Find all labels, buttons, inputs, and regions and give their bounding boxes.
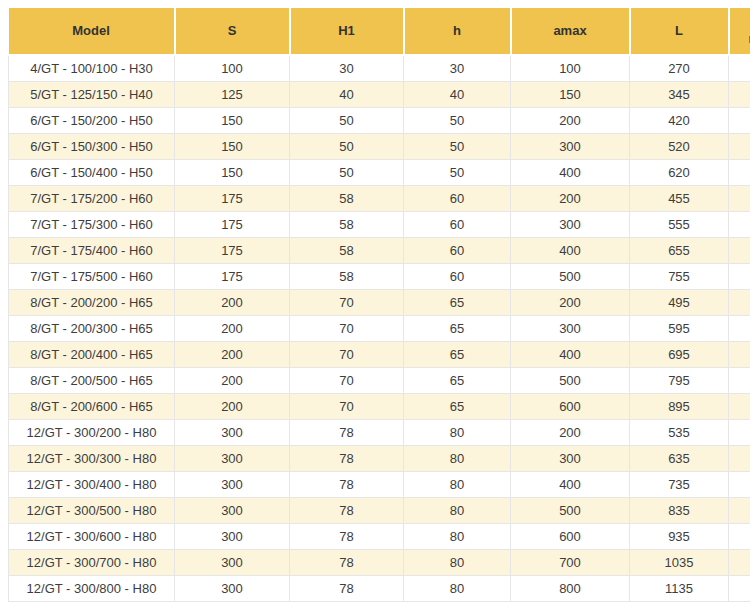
header-cell-amax: amax [511, 8, 630, 55]
table-cell-amax: 600 [511, 524, 630, 550]
table-cell-amax: 500 [511, 498, 630, 524]
table-cell-h: 80 [404, 498, 511, 524]
table-cell-h: 30 [404, 55, 511, 82]
table-cell-model: 4/GT - 100/100 - H30 [9, 55, 175, 82]
table-cell-model: 12/GT - 300/600 - H80 [9, 524, 175, 550]
table-row: 7/GT - 175/400 - H6017558604006556000 Kg [9, 238, 750, 264]
table-cell-h: 80 [404, 446, 511, 472]
table-cell-s: 100 [175, 55, 290, 82]
table-row: 7/GT - 175/200 - H6017558602004556000 Kg [9, 186, 750, 212]
table-cell-s: 300 [175, 576, 290, 602]
table-cell-l: 935 [630, 524, 729, 550]
table-cell-h: 50 [404, 134, 511, 160]
table-cell-s: 300 [175, 472, 290, 498]
table-cell-amax: 200 [511, 108, 630, 134]
table-row: 4/GT - 100/100 - H3010030301002703000 Kg [9, 55, 750, 82]
table-cell-amax: 400 [511, 342, 630, 368]
table-row: 8/GT - 200/400 - H65200706540069510000 K… [9, 342, 750, 368]
table-cell-h1: 78 [290, 550, 404, 576]
table-cell-amax: 100 [511, 55, 630, 82]
table-cell-l: 655 [630, 238, 729, 264]
table-cell-h1: 50 [290, 160, 404, 186]
page: ModelSH1hamaxLmax. siła mocowania 4/GT -… [0, 0, 750, 607]
table-cell-max-sila-mocowania: 12000 Kg [729, 498, 750, 524]
table-cell-h: 65 [404, 316, 511, 342]
table-cell-amax: 800 [511, 576, 630, 602]
table-cell-h1: 78 [290, 576, 404, 602]
table-cell-max-sila-mocowania: 12000 Kg [729, 446, 750, 472]
table-cell-h: 50 [404, 160, 511, 186]
table-cell-h1: 58 [290, 264, 404, 290]
table-cell-h: 60 [404, 238, 511, 264]
table-header: ModelSH1hamaxLmax. siła mocowania [9, 8, 750, 55]
table-row: 5/GT - 125/150 - H4012540401503453000 Kg [9, 82, 750, 108]
table-cell-max-sila-mocowania: 6000 Kg [729, 264, 750, 290]
table-cell-model: 6/GT - 150/400 - H50 [9, 160, 175, 186]
table-cell-h1: 70 [290, 316, 404, 342]
table-cell-model: 12/GT - 300/500 - H80 [9, 498, 175, 524]
table-cell-h1: 78 [290, 472, 404, 498]
table-cell-amax: 400 [511, 238, 630, 264]
table-cell-l: 735 [630, 472, 729, 498]
table-cell-h1: 78 [290, 524, 404, 550]
header-cell-h: h [404, 8, 511, 55]
table-cell-amax: 300 [511, 134, 630, 160]
table-row: 7/GT - 175/500 - H6017558605007556000 Kg [9, 264, 750, 290]
table-cell-h1: 58 [290, 212, 404, 238]
table-row: 12/GT - 300/700 - H803007880700103512000… [9, 550, 750, 576]
table-row: 8/GT - 200/300 - H65200706530059510000 K… [9, 316, 750, 342]
table-cell-h: 50 [404, 108, 511, 134]
table-cell-s: 300 [175, 524, 290, 550]
table-row: 12/GT - 300/300 - H80300788030063512000 … [9, 446, 750, 472]
table-cell-h1: 70 [290, 368, 404, 394]
table-cell-amax: 300 [511, 316, 630, 342]
table-cell-s: 150 [175, 134, 290, 160]
table-cell-h: 65 [404, 394, 511, 420]
table-cell-max-sila-mocowania: 6000 Kg [729, 212, 750, 238]
table-cell-l: 695 [630, 342, 729, 368]
table-cell-l: 595 [630, 316, 729, 342]
table-cell-model: 12/GT - 300/800 - H80 [9, 576, 175, 602]
header-cell-max-sila-mocowania: max. siła mocowania [729, 8, 750, 55]
table-cell-l: 1035 [630, 550, 729, 576]
table-cell-model: 8/GT - 200/300 - H65 [9, 316, 175, 342]
table-row: 12/GT - 300/500 - H80300788050083512000 … [9, 498, 750, 524]
table-cell-amax: 400 [511, 472, 630, 498]
table-cell-model: 8/GT - 200/400 - H65 [9, 342, 175, 368]
table-cell-s: 200 [175, 290, 290, 316]
table-cell-max-sila-mocowania: 12000 Kg [729, 576, 750, 602]
table-cell-h1: 58 [290, 186, 404, 212]
table-cell-h: 80 [404, 420, 511, 446]
table-cell-h1: 50 [290, 108, 404, 134]
table-cell-max-sila-mocowania: 6000 Kg [729, 238, 750, 264]
table-row: 6/GT - 150/300 - H5015050503005205000 Kg [9, 134, 750, 160]
table-cell-max-sila-mocowania: 5500 Kg [729, 160, 750, 186]
table-cell-l: 345 [630, 82, 729, 108]
table-cell-model: 12/GT - 300/400 - H80 [9, 472, 175, 498]
table-cell-l: 635 [630, 446, 729, 472]
table-cell-h1: 70 [290, 342, 404, 368]
table-cell-amax: 400 [511, 160, 630, 186]
table-cell-amax: 600 [511, 394, 630, 420]
table-cell-max-sila-mocowania: 3000 Kg [729, 82, 750, 108]
table-row: 12/GT - 300/800 - H803007880800113512000… [9, 576, 750, 602]
table-cell-model: 7/GT - 175/500 - H60 [9, 264, 175, 290]
table-cell-l: 620 [630, 160, 729, 186]
table-cell-max-sila-mocowania: 5000 Kg [729, 108, 750, 134]
table-cell-s: 175 [175, 264, 290, 290]
table-cell-l: 555 [630, 212, 729, 238]
table-cell-l: 795 [630, 368, 729, 394]
table-cell-max-sila-mocowania: 3000 Kg [729, 55, 750, 82]
table-cell-model: 5/GT - 125/150 - H40 [9, 82, 175, 108]
table-cell-h1: 78 [290, 498, 404, 524]
table-cell-h: 60 [404, 212, 511, 238]
table-row: 8/GT - 200/600 - H65200706560089510000 K… [9, 394, 750, 420]
table-cell-h: 80 [404, 524, 511, 550]
table-cell-h: 65 [404, 342, 511, 368]
header-cell-s: S [175, 8, 290, 55]
table-cell-l: 520 [630, 134, 729, 160]
table-cell-amax: 300 [511, 212, 630, 238]
table-cell-s: 150 [175, 108, 290, 134]
table-row: 12/GT - 300/400 - H80300788040073512000 … [9, 472, 750, 498]
table-cell-amax: 700 [511, 550, 630, 576]
